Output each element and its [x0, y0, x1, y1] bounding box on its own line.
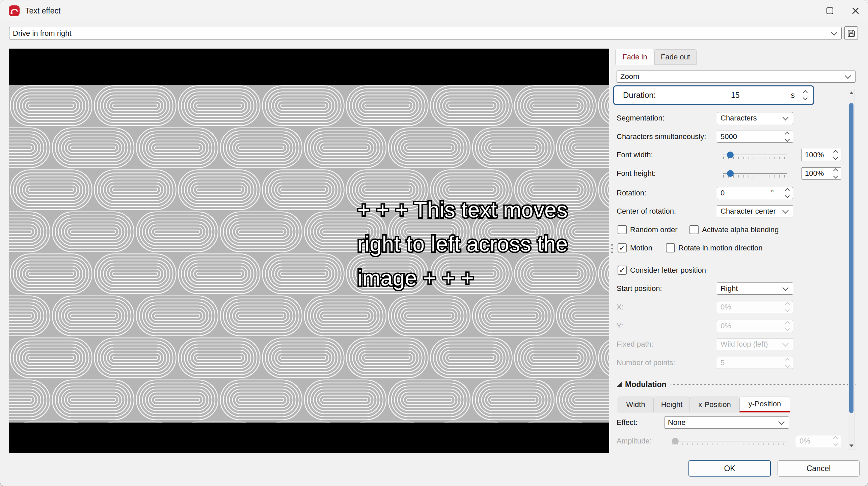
duration-label: Duration: — [623, 89, 656, 101]
center-of-rotation-select[interactable]: Character center — [717, 205, 793, 217]
app-icon — [8, 5, 20, 17]
close-button[interactable] — [843, 0, 868, 21]
y-position-input: 0% — [717, 320, 793, 332]
fixed-path-label: Fixed path: — [617, 338, 653, 350]
preset-select-value: Drive in from right — [13, 29, 72, 38]
mod-effect-label: Effect: — [617, 416, 638, 429]
rotate-in-motion-checkbox[interactable] — [666, 243, 675, 252]
rotation-value: 0 — [721, 189, 725, 197]
spinner-up-icon — [833, 436, 838, 441]
center-of-rotation-value: Character center — [721, 207, 776, 216]
slider-thumb — [672, 438, 679, 444]
alpha-blending-checkbox[interactable] — [689, 225, 699, 234]
characters-simultaneously-value: 5000 — [721, 132, 737, 141]
mod-effect-select[interactable]: None — [664, 416, 789, 429]
panel-scrollbar[interactable] — [848, 89, 855, 450]
animation-select-value: Zoom — [620, 72, 639, 81]
amplitude-slider — [672, 437, 786, 446]
segmentation-select-value: Characters — [721, 114, 757, 123]
rotation-input[interactable]: 0 ° — [717, 187, 793, 199]
section-divider — [671, 384, 856, 385]
tab-mod-x-position[interactable]: x-Position — [690, 397, 739, 412]
tab-fade-out[interactable]: Fade out — [654, 49, 697, 65]
random-order-label: Random order — [630, 224, 678, 236]
overlay-text-line: image + + + — [357, 261, 568, 295]
maximize-icon — [826, 7, 834, 15]
characters-simultaneously-spinner[interactable] — [784, 131, 791, 142]
spinner-down-icon — [833, 174, 838, 179]
font-height-slider[interactable] — [723, 169, 787, 178]
font-width-spinner[interactable] — [832, 149, 839, 161]
slider-track — [672, 441, 786, 441]
amplitude-value: 0% — [799, 437, 810, 446]
window-title: Text effect — [25, 0, 60, 21]
font-width-label: Font width: — [617, 149, 653, 161]
splitter-handle[interactable] — [611, 244, 613, 254]
center-of-rotation-label: Center of rotation: — [617, 205, 676, 217]
y-position-label: Y: — [617, 320, 623, 332]
tab-mod-height[interactable]: Height — [654, 397, 690, 412]
x-position-spinner — [784, 301, 791, 313]
modulation-section-header[interactable]: Modulation — [617, 380, 856, 389]
characters-simultaneously-input[interactable]: 5000 — [717, 131, 793, 143]
font-width-input[interactable]: 100% — [801, 149, 841, 161]
amplitude-input: 0% — [796, 435, 841, 447]
slider-thumb[interactable] — [727, 170, 734, 177]
font-width-slider[interactable] — [723, 151, 787, 160]
random-order-checkbox[interactable] — [618, 225, 627, 234]
scroll-down-icon[interactable] — [849, 444, 853, 447]
duration-spinner[interactable] — [802, 86, 809, 104]
animation-select[interactable]: Zoom — [617, 71, 856, 83]
title-bar[interactable]: Text effect — [0, 0, 868, 21]
number-of-points-label: Number of points: — [617, 357, 675, 369]
duration-field[interactable]: Duration: 15 s — [613, 85, 814, 105]
start-position-value: Right — [721, 284, 738, 293]
spinner-down-icon — [785, 307, 790, 312]
y-position-value: 0% — [721, 322, 731, 330]
motion-label: Motion — [630, 242, 652, 254]
number-of-points-input: 5 — [717, 357, 793, 369]
modulation-title: Modulation — [625, 380, 667, 389]
font-width-value: 100% — [805, 151, 824, 159]
slider-thumb[interactable] — [727, 152, 734, 158]
tab-fade-in[interactable]: Fade in — [615, 49, 654, 65]
start-position-select[interactable]: Right — [717, 282, 793, 295]
save-preset-button[interactable] — [844, 26, 858, 40]
tab-mod-width[interactable]: Width — [618, 397, 654, 412]
font-height-value: 100% — [805, 169, 824, 178]
save-icon — [847, 29, 856, 38]
scrollbar-thumb[interactable] — [849, 103, 853, 413]
segmentation-select[interactable]: Characters — [717, 112, 793, 124]
maximize-button[interactable] — [817, 0, 843, 21]
chevron-down-icon — [782, 340, 788, 346]
font-height-spinner[interactable] — [832, 168, 839, 179]
text-effect-dialog: Text effect Drive in from right — [0, 0, 868, 486]
tab-mod-y-position[interactable]: y-Position — [739, 397, 790, 412]
alpha-blending-label: Activate alpha blending — [702, 224, 779, 236]
characters-simultaneously-label: Characters simultaneously: — [617, 131, 706, 143]
consider-letter-position-checkbox[interactable]: ✓ — [618, 266, 627, 275]
motion-checkbox[interactable]: ✓ — [618, 243, 627, 252]
cancel-button[interactable]: Cancel — [778, 460, 860, 477]
x-position-input: 0% — [717, 301, 793, 313]
mod-effect-value: None — [668, 418, 686, 427]
chevron-down-icon — [778, 418, 784, 425]
spinner-down-icon — [833, 441, 838, 446]
ok-button[interactable]: OK — [688, 460, 771, 477]
spinner-down-icon — [785, 363, 790, 368]
check-icon: ✓ — [619, 244, 625, 252]
start-position-label: Start position: — [617, 282, 662, 295]
rotation-unit: ° — [771, 189, 774, 197]
number-of-points-value: 5 — [721, 358, 725, 367]
font-height-input[interactable]: 100% — [801, 167, 841, 180]
x-position-label: X: — [617, 301, 624, 313]
x-position-value: 0% — [721, 303, 731, 312]
rotate-in-motion-label: Rotate in motion direction — [678, 242, 762, 254]
spinner-up-icon — [785, 358, 790, 362]
rotation-spinner[interactable] — [784, 187, 791, 199]
rotation-label: Rotation: — [617, 187, 646, 199]
scroll-up-icon[interactable] — [849, 91, 853, 94]
preset-select[interactable]: Drive in from right — [9, 27, 842, 39]
overlay-text-line: right to left across the — [357, 227, 568, 261]
slider-ticks — [672, 443, 786, 445]
